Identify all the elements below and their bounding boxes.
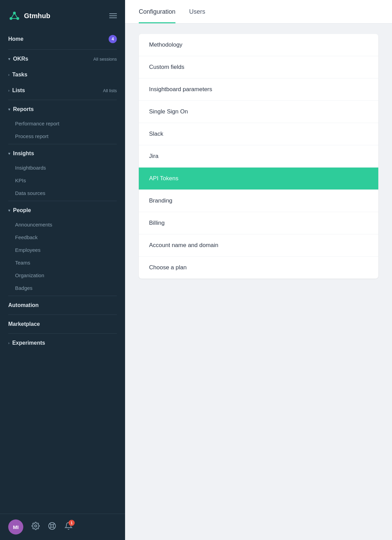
sidebar-bottom-bar: MI 1: [0, 514, 125, 540]
notifications-icon[interactable]: 1: [64, 522, 73, 532]
people-chevron-icon: ▾: [8, 208, 10, 213]
tabs-header: Configuration Users: [125, 0, 392, 24]
tab-configuration[interactable]: Configuration: [139, 0, 175, 23]
lists-label: Lists: [12, 87, 25, 94]
svg-point-11: [51, 525, 53, 527]
separator-reports: [8, 144, 117, 144]
sidebar-item-employees[interactable]: Employees: [0, 244, 125, 256]
sidebar-item-okrs[interactable]: ▾ OKRs All sessions: [0, 51, 125, 67]
sidebar-item-process-report[interactable]: Process report: [0, 130, 125, 143]
sidebar-item-data-sources[interactable]: Data sources: [0, 187, 125, 199]
gtmhub-logo-icon: [8, 10, 21, 22]
tab-users[interactable]: Users: [189, 0, 205, 23]
config-item-billing[interactable]: Billing: [139, 212, 378, 234]
sidebar-item-insights[interactable]: ▾ Insights: [0, 146, 125, 161]
avatar[interactable]: MI: [8, 519, 23, 535]
sidebar-item-teams[interactable]: Teams: [0, 256, 125, 269]
sidebar-item-badges[interactable]: Badges: [0, 282, 125, 294]
svg-line-16: [50, 527, 51, 528]
reports-label: Reports: [13, 106, 34, 112]
marketplace-label: Marketplace: [8, 321, 40, 327]
svg-line-12: [50, 524, 51, 525]
config-item-jira[interactable]: Jira: [139, 145, 378, 168]
sidebar-header: Gtmhub: [0, 0, 125, 30]
okrs-label: OKRs: [13, 56, 28, 62]
collapse-sidebar-button[interactable]: [109, 13, 117, 19]
sidebar-item-reports[interactable]: ▾ Reports: [0, 101, 125, 117]
people-label: People: [13, 207, 31, 213]
sidebar-item-home[interactable]: Home 4: [0, 30, 125, 48]
insights-chevron-icon: ▾: [8, 151, 10, 156]
config-item-branding[interactable]: Branding: [139, 190, 378, 212]
svg-line-13: [53, 527, 54, 528]
app-name: Gtmhub: [24, 12, 50, 20]
lists-chevron-icon: ›: [8, 88, 10, 93]
experiments-label: Experiments: [12, 340, 45, 346]
sidebar-item-announcements[interactable]: Announcements: [0, 218, 125, 231]
sidebar-item-lists[interactable]: › Lists All lists: [0, 83, 125, 98]
configuration-list: Methodology Custom fields Insightboard p…: [139, 34, 378, 279]
notification-badge: 1: [69, 520, 75, 526]
sidebar-item-people[interactable]: ▾ People: [0, 202, 125, 218]
automation-label: Automation: [8, 302, 39, 308]
config-item-insightboard-parameters[interactable]: Insightboard parameters: [139, 78, 378, 101]
svg-line-3: [11, 13, 14, 19]
okrs-all-sessions: All sessions: [93, 57, 117, 62]
config-item-slack[interactable]: Slack: [139, 123, 378, 145]
reports-chevron-icon: ▾: [8, 107, 10, 112]
separator-lists: [8, 100, 117, 100]
insights-label: Insights: [13, 150, 34, 157]
sidebar-nav: Home 4 ▾ OKRs All sessions › Tasks › Lis…: [0, 30, 125, 514]
tasks-label: Tasks: [12, 72, 27, 78]
sidebar-item-insightboards[interactable]: Insightboards: [0, 161, 125, 174]
config-item-methodology[interactable]: Methodology: [139, 34, 378, 56]
sidebar-item-marketplace[interactable]: Marketplace: [0, 316, 125, 332]
separator-marketplace: [8, 333, 117, 334]
sidebar-item-performance-report[interactable]: Performance report: [0, 117, 125, 130]
config-item-custom-fields[interactable]: Custom fields: [139, 56, 378, 78]
help-icon[interactable]: [48, 522, 56, 532]
home-label: Home: [8, 36, 23, 42]
config-item-single-sign-on[interactable]: Single Sign On: [139, 101, 378, 123]
separator-insights: [8, 201, 117, 201]
config-item-account-name-domain[interactable]: Account name and domain: [139, 234, 378, 257]
sidebar-item-tasks[interactable]: › Tasks: [0, 67, 125, 83]
svg-point-9: [35, 525, 37, 527]
config-item-choose-plan[interactable]: Choose a plan: [139, 257, 378, 279]
lists-all-label: All lists: [103, 88, 117, 93]
settings-icon[interactable]: [32, 522, 40, 532]
separator-automation: [8, 315, 117, 315]
sidebar-item-kpis[interactable]: KPIs: [0, 174, 125, 187]
experiments-chevron-icon: ›: [8, 341, 10, 345]
svg-line-15: [53, 524, 54, 525]
config-item-api-tokens[interactable]: API Tokens: [139, 168, 378, 190]
home-badge: 4: [109, 35, 117, 43]
sidebar-item-organization[interactable]: Organization: [0, 269, 125, 282]
tasks-chevron-icon: ›: [8, 73, 10, 77]
separator-people: [8, 296, 117, 296]
sidebar-item-experiments[interactable]: › Experiments: [0, 335, 125, 351]
main-content: Configuration Users Methodology Custom f…: [125, 0, 392, 540]
okrs-chevron-icon: ▾: [8, 57, 10, 61]
sidebar-item-automation[interactable]: Automation: [0, 297, 125, 313]
svg-line-4: [14, 13, 18, 19]
sidebar-item-feedback[interactable]: Feedback: [0, 231, 125, 244]
separator-home: [8, 49, 117, 50]
logo-area: Gtmhub: [8, 10, 50, 22]
sidebar: Gtmhub Home 4 ▾ OKRs All sessions › Task…: [0, 0, 125, 540]
